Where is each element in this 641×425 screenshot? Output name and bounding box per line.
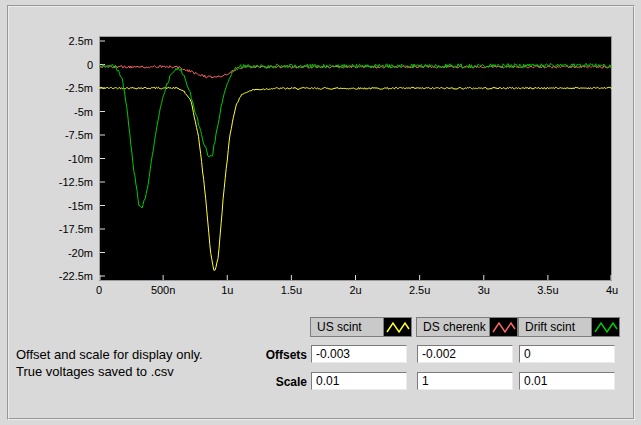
legend-item-drift-scint[interactable]: Drift scint (518, 317, 620, 337)
x-axis-label: 2u (334, 284, 378, 296)
y-axis-label: -5m (36, 106, 93, 118)
y-axis-label: -7.5m (36, 129, 93, 141)
x-axis: 0500n1u1.5u2u2.5u3u3.5u4u (99, 284, 612, 298)
offset-input-drift-scint[interactable] (519, 345, 615, 363)
x-axis-label: 1u (205, 284, 249, 296)
offset-input-us-scint[interactable] (311, 345, 407, 363)
waveform-graph (99, 36, 612, 281)
x-axis-label: 3.5u (526, 284, 570, 296)
x-axis-label: 2.5u (398, 284, 442, 296)
y-axis-label: 0 (36, 59, 93, 71)
drift-scint-waveform-icon (591, 318, 619, 336)
y-axis-label: -15m (36, 200, 93, 212)
y-axis-label: -20m (36, 247, 93, 259)
y-axis-label: -2.5m (36, 82, 93, 94)
scale-input-ds-cherenk[interactable] (417, 372, 513, 390)
y-axis: 2.5m0-2.5m-5m-7.5m-10m-12.5m-15m-17.5m-2… (36, 36, 96, 281)
offsets-label: Offsets (197, 348, 307, 362)
legend-label-ds-cherenk: DS cherenk (417, 318, 489, 336)
scale-label: Scale (197, 375, 307, 389)
us-scint-waveform-icon (383, 318, 411, 336)
x-axis-label: 3u (462, 284, 506, 296)
scale-input-us-scint[interactable] (311, 372, 407, 390)
y-axis-label: -17.5m (36, 223, 93, 235)
front-panel: 2.5m0-2.5m-5m-7.5m-10m-12.5m-15m-17.5m-2… (0, 0, 641, 425)
note-line-2: True voltages saved to .csv (16, 363, 203, 380)
scale-input-drift-scint[interactable] (519, 372, 615, 390)
y-axis-label: -22.5m (36, 270, 93, 282)
y-axis-label: -12.5m (36, 176, 93, 188)
x-axis-label: 0 (77, 284, 121, 296)
ds-cherenk-waveform-icon (489, 318, 517, 336)
legend-item-ds-cherenk[interactable]: DS cherenk (416, 317, 518, 337)
waveform-plot-area (99, 36, 612, 281)
y-axis-label: -10m (36, 153, 93, 165)
legend-label-drift-scint: Drift scint (519, 318, 591, 336)
note-text: Offset and scale for display only. True … (16, 346, 203, 380)
y-axis-label: 2.5m (36, 35, 93, 47)
offset-input-ds-cherenk[interactable] (417, 345, 513, 363)
x-axis-label: 500n (141, 284, 185, 296)
note-line-1: Offset and scale for display only. (16, 346, 203, 363)
legend-label-us-scint: US scint (311, 318, 383, 336)
x-axis-label: 4u (590, 284, 634, 296)
legend-item-us-scint[interactable]: US scint (310, 317, 412, 337)
x-axis-label: 1.5u (269, 284, 313, 296)
